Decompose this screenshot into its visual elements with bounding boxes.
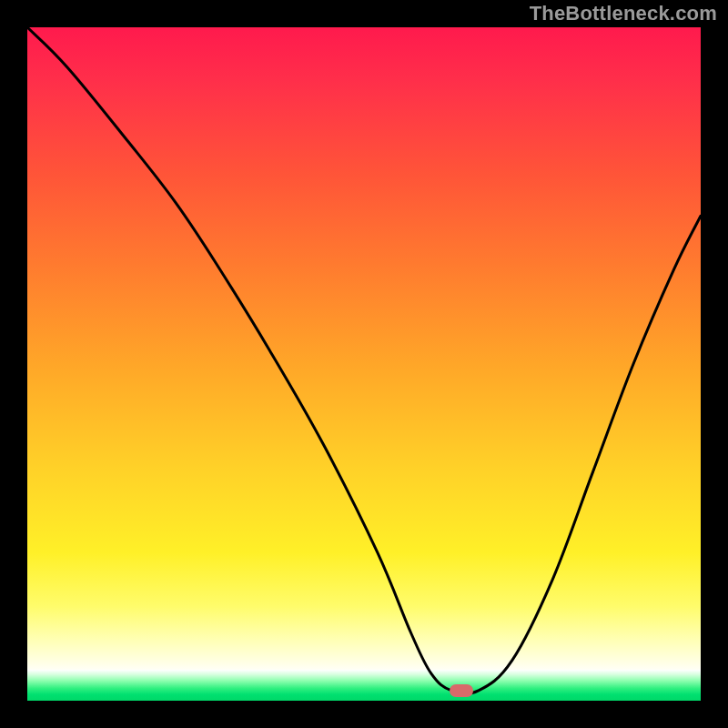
watermark-text: TheBottleneck.com xyxy=(530,2,717,25)
plot-area xyxy=(27,27,701,701)
optimal-marker xyxy=(450,684,473,697)
bottleneck-curve-path xyxy=(27,27,701,693)
bottleneck-curve xyxy=(27,27,701,701)
chart-frame: TheBottleneck.com xyxy=(0,0,728,728)
